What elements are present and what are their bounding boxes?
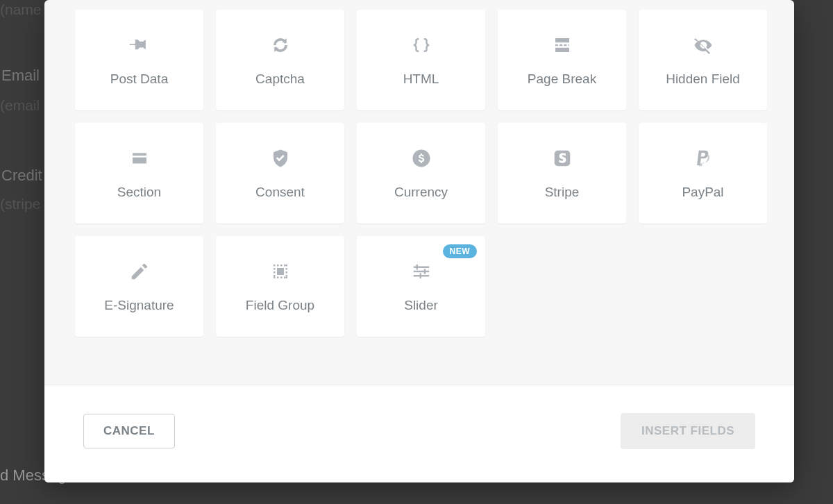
sliders-icon — [410, 260, 432, 283]
field-option-section[interactable]: Section — [75, 123, 203, 224]
field-option-post-data[interactable]: Post Data — [75, 10, 203, 110]
field-picker-modal: Post Data Captcha HTML — [44, 0, 794, 482]
bg-credit-label: Credit — [1, 167, 42, 185]
bg-name-sub: (name — [0, 1, 42, 18]
svg-rect-7 — [133, 157, 146, 163]
field-label: Post Data — [110, 72, 168, 87]
bg-email-sub: (email — [0, 97, 40, 114]
field-option-captcha[interactable]: Captcha — [216, 10, 344, 110]
svg-rect-17 — [274, 271, 276, 274]
group-icon — [269, 260, 292, 283]
bg-stripe-sub: (stripe — [0, 196, 40, 212]
field-option-e-signature[interactable]: E-Signature — [75, 236, 203, 337]
svg-rect-0 — [555, 38, 569, 42]
field-option-paypal[interactable]: PayPal — [639, 123, 767, 224]
svg-rect-27 — [413, 266, 429, 268]
svg-rect-24 — [274, 276, 276, 278]
svg-rect-30 — [416, 264, 418, 270]
cancel-button[interactable]: CANCEL — [83, 414, 175, 448]
paypal-icon — [692, 147, 714, 169]
svg-rect-23 — [284, 276, 286, 278]
svg-rect-6 — [133, 153, 146, 156]
field-label: Hidden Field — [666, 72, 740, 87]
field-label: PayPal — [682, 185, 723, 200]
shield-check-icon — [269, 147, 292, 169]
field-option-page-break[interactable]: Page Break — [498, 10, 626, 110]
section-icon — [128, 147, 151, 169]
insert-fields-button[interactable]: INSERT FIELDS — [621, 413, 755, 449]
svg-rect-19 — [274, 275, 276, 277]
bg-email-label: Email — [1, 67, 40, 85]
svg-rect-5 — [555, 47, 569, 51]
svg-rect-11 — [274, 264, 276, 267]
svg-rect-4 — [568, 44, 569, 46]
field-option-field-group[interactable]: Field Group — [216, 236, 344, 337]
modal-footer: CANCEL INSERT FIELDS — [44, 385, 794, 482]
field-label: Currency — [394, 185, 448, 200]
field-label: E-Signature — [104, 298, 174, 313]
field-option-slider[interactable]: NEW Slider — [357, 236, 485, 337]
svg-rect-22 — [280, 276, 283, 278]
field-label: Page Break — [528, 72, 596, 87]
svg-rect-2 — [559, 44, 562, 46]
eye-off-icon — [692, 34, 714, 56]
svg-rect-20 — [285, 275, 287, 277]
dollar-circle-icon — [410, 147, 432, 169]
pencil-icon — [128, 260, 151, 283]
svg-rect-28 — [413, 270, 429, 272]
page-break-icon — [551, 34, 573, 56]
field-option-html[interactable]: HTML — [357, 10, 485, 110]
svg-rect-21 — [277, 276, 279, 278]
svg-rect-32 — [419, 273, 421, 278]
svg-rect-10 — [277, 268, 284, 275]
svg-rect-3 — [564, 44, 566, 46]
field-option-currency[interactable]: Currency — [357, 123, 485, 224]
stripe-icon — [551, 147, 573, 169]
field-label: Slider — [404, 298, 438, 313]
svg-rect-13 — [280, 264, 283, 267]
svg-rect-14 — [284, 264, 286, 267]
field-grid: Post Data Captcha HTML — [75, 10, 764, 337]
new-badge: NEW — [443, 244, 478, 258]
svg-rect-12 — [277, 264, 279, 267]
svg-rect-31 — [423, 269, 426, 274]
field-option-hidden-field[interactable]: Hidden Field — [639, 10, 767, 110]
field-label: Section — [117, 185, 161, 200]
modal-body: Post Data Captcha HTML — [44, 0, 794, 385]
svg-rect-16 — [285, 268, 287, 270]
field-label: Captcha — [255, 72, 305, 87]
field-label: Field Group — [246, 298, 314, 313]
svg-rect-18 — [285, 271, 287, 274]
field-label: HTML — [403, 72, 439, 87]
field-option-stripe[interactable]: Stripe — [498, 123, 626, 224]
svg-rect-1 — [555, 44, 558, 46]
braces-icon — [410, 34, 432, 56]
svg-rect-26 — [285, 264, 287, 267]
svg-rect-25 — [285, 276, 287, 278]
field-label: Stripe — [545, 185, 580, 200]
field-option-consent[interactable]: Consent — [216, 123, 344, 224]
pin-icon — [128, 34, 151, 56]
refresh-icon — [269, 34, 292, 56]
svg-rect-15 — [274, 268, 276, 270]
field-label: Consent — [255, 185, 305, 200]
